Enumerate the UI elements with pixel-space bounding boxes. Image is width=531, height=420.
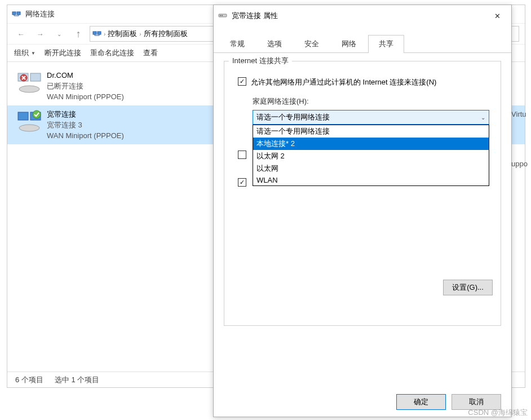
tab-general[interactable]: 常规 [219, 35, 255, 53]
truncated-right-text: Virtu uppo [511, 110, 528, 209]
svg-rect-8 [18, 112, 28, 120]
dropdown-option[interactable]: 以太网 [253, 162, 489, 175]
select-value: 请选一个专用网络连接 [256, 112, 330, 122]
watermark: CSDN @海绵猿宝 [468, 408, 528, 418]
tab-security[interactable]: 安全 [294, 35, 330, 53]
breadcrumb-item[interactable]: 所有控制面板 [144, 29, 188, 39]
network-connections-icon [92, 29, 101, 38]
nav-recent-button[interactable]: ⌄ [51, 26, 67, 42]
checkbox-label: 允许其他网络用户通过此计算机的 Internet 连接来连接(N) [251, 77, 436, 87]
tab-options[interactable]: 选项 [256, 35, 293, 53]
checkbox-allow-sharing[interactable] [238, 77, 246, 86]
dropdown-option[interactable]: WLAN [253, 175, 489, 185]
nav-up-button[interactable]: ↑ [70, 26, 86, 42]
ok-button[interactable]: 确定 [396, 394, 446, 410]
chevron-down-icon: ▼ [31, 51, 36, 56]
svg-rect-0 [12, 12, 16, 15]
dropdown-option[interactable]: 请选一个专用网络连接 [253, 125, 489, 138]
sharing-groupbox: Internet 连接共享 允许其他网络用户通过此计算机的 Internet 连… [224, 61, 501, 326]
tab-network[interactable]: 网络 [331, 35, 367, 53]
network-connections-icon [12, 10, 21, 19]
allow-sharing-row[interactable]: 允许其他网络用户通过此计算机的 Internet 连接来连接(N) [238, 77, 493, 87]
tab-sharing[interactable]: 共享 [368, 35, 404, 53]
nav-forward-button[interactable]: → [32, 26, 48, 42]
explorer-title: 网络连接 [25, 9, 55, 19]
dropdown-option[interactable]: 本地连接* 2 [253, 138, 489, 150]
svg-point-6 [19, 86, 39, 92]
chevron-right-icon: › [104, 31, 105, 37]
modem-icon [218, 11, 227, 21]
status-selected: 选中 1 个项目 [55, 375, 99, 385]
connection-status: 宽带连接 3 [47, 120, 124, 130]
connection-icon [16, 109, 42, 136]
properties-dialog: 宽带连接 属性 ✕ 常规 选项 安全 网络 共享 Internet 连接共享 允… [213, 5, 512, 417]
connection-driver: WAN Miniport (PPPOE) [47, 91, 124, 102]
checkbox-obscured-1[interactable] [238, 151, 246, 159]
settings-button[interactable]: 设置(G)... [443, 280, 493, 295]
status-count: 6 个项目 [15, 375, 43, 385]
svg-point-10 [19, 125, 39, 131]
close-icon: ✕ [494, 12, 501, 20]
toolbar-rename[interactable]: 重命名此连接 [90, 48, 134, 58]
dropdown-list: 请选一个专用网络连接 本地连接* 2 以太网 2 以太网 WLAN [253, 125, 489, 186]
chevron-right-icon: › [139, 31, 141, 37]
home-network-select[interactable]: 请选一个专用网络连接 ⌄ [253, 110, 489, 125]
svg-point-11 [33, 110, 41, 118]
tab-sheet: Internet 连接共享 允许其他网络用户通过此计算机的 Internet 连… [214, 53, 511, 391]
dropdown-option[interactable]: 以太网 2 [253, 150, 489, 162]
nav-back-button[interactable]: ← [13, 26, 29, 42]
group-title: Internet 连接共享 [229, 56, 292, 66]
toolbar-disconnect[interactable]: 断开此连接 [45, 48, 81, 58]
connection-status: 已断开连接 [47, 81, 124, 91]
connection-icon [16, 70, 42, 98]
toolbar-view[interactable]: 查看 [143, 48, 158, 58]
close-button[interactable]: ✕ [488, 8, 507, 23]
svg-rect-1 [17, 12, 20, 15]
dialog-title: 宽带连接 属性 [232, 11, 278, 21]
breadcrumb-item[interactable]: 控制面板 [108, 29, 137, 39]
tab-strip: 常规 选项 安全 网络 共享 [214, 34, 511, 53]
home-network-select-wrap: 请选一个专用网络连接 ⌄ 请选一个专用网络连接 本地连接* 2 以太网 2 以太… [253, 110, 489, 125]
dialog-titlebar: 宽带连接 属性 ✕ [214, 5, 511, 26]
connection-name: 宽带连接 [47, 109, 124, 120]
connection-driver: WAN Miniport (PPPOE) [47, 130, 124, 141]
chevron-down-icon: ⌄ [481, 114, 485, 121]
svg-rect-2 [93, 32, 96, 34]
toolbar-organize[interactable]: 组织▼ [14, 48, 36, 58]
svg-point-16 [222, 15, 223, 16]
checkbox-obscured-2[interactable] [238, 178, 246, 187]
connection-name: Dr.COM [47, 70, 124, 81]
svg-rect-3 [98, 32, 101, 34]
svg-point-15 [220, 15, 221, 16]
home-network-label: 家庭网络连接(H): [253, 96, 493, 107]
svg-rect-5 [30, 73, 41, 81]
